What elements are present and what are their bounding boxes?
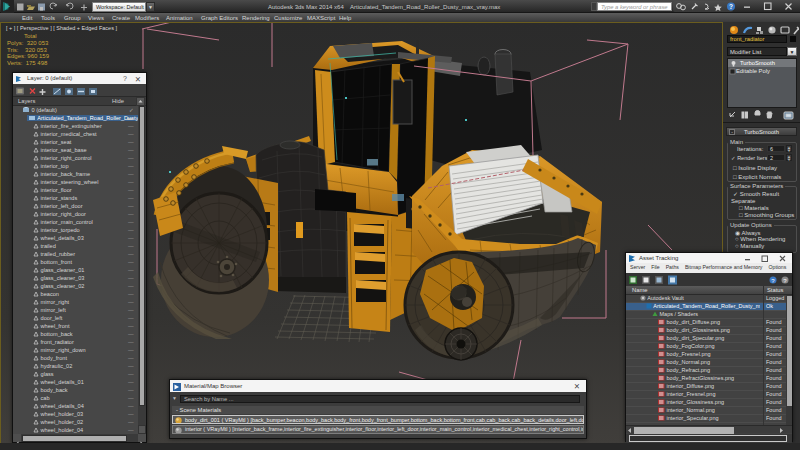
svg-text:?: ? bbox=[729, 3, 733, 10]
